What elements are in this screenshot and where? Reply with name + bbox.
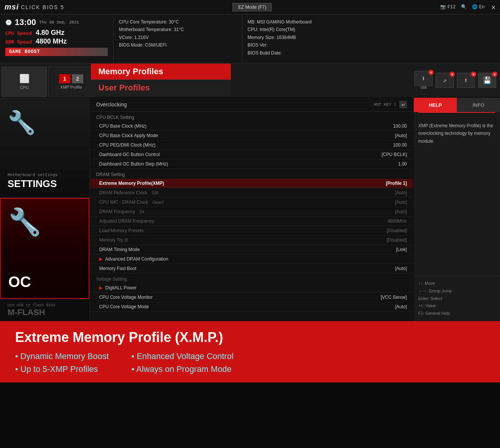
dashboard-oc-control-row[interactable]: Dashboard OC Button Control [CPU BCLK] xyxy=(90,150,413,159)
bios-date: BIOS Build Date: xyxy=(248,49,495,57)
cpu-icon: ⬜ xyxy=(19,74,30,84)
banner-title: Extreme Memory Profile (X.M.P.) xyxy=(15,329,485,345)
camera-icon: 📷 xyxy=(440,4,446,10)
cpu-voltage-monitor-row[interactable]: CPU Core Voltage Monitor [VCC Sense] xyxy=(90,293,413,302)
feature-5xmp: Up to 5-XMP Profiles xyxy=(15,364,109,374)
memory-try-it-row[interactable]: Memory Try It! [Disabled] xyxy=(90,236,413,245)
search-icon: 🔍 xyxy=(461,4,467,10)
cpu-peg-dmi-row[interactable]: CPU PEG/DMI Clock (MHz) 100.00 xyxy=(90,140,413,150)
banner-features: Dynamic Memory Boost Up to 5-XMP Profile… xyxy=(15,351,485,374)
shortcut-enter: Enter: Select xyxy=(418,295,495,303)
mflash-nav-item[interactable]: Use USB to flash BIOS M-FLASH xyxy=(0,299,89,321)
dashboard-oc-step-row[interactable]: Dashboard OC Button Step (MHz) 1.00 xyxy=(90,159,413,169)
tab-help[interactable]: HELP xyxy=(414,98,457,112)
mb-info: MB: MSI GAMING Motherboard xyxy=(248,18,495,26)
cpu-imc-dram-row[interactable]: CPU IMC : DRAM Clock Gear2 [Auto] xyxy=(90,198,413,207)
shortcut-help: F1: General Help xyxy=(418,310,495,317)
feature-voltage-control: Enhanced Voltage Control xyxy=(131,351,233,361)
advanced-dram-row[interactable]: ▶ Advanced DRAM Configuration xyxy=(90,254,413,264)
info-bar: 🕐 13:00 Thu 30 Sep, 2021 CPU Speed 4.80 … xyxy=(0,14,500,64)
memory-fast-boot-row[interactable]: Memory Fast Boot [Auto] xyxy=(90,264,413,273)
settings-label: Motherboard settings xyxy=(8,173,58,177)
usb-row: ⬆ U USB ↗ U ⬆ U 💾 U xyxy=(414,71,496,90)
vcore: VCore: 1.216V xyxy=(119,34,237,41)
cpu-base-clock-row[interactable]: CPU Base Clock (MHz) 100.00 xyxy=(90,122,413,131)
bottom-banner: Extreme Memory Profile (X.M.P.) Dynamic … xyxy=(0,321,500,382)
oc-panel-title: Overclocking xyxy=(96,101,127,108)
hotkey-label: HOT KEY | xyxy=(374,102,396,107)
back-button[interactable]: ↩ xyxy=(399,101,407,108)
usb-device-icon: ⬆ xyxy=(464,76,468,84)
cpu-base-clock-apply-mode-row[interactable]: CPU Base Clock Apply Mode [Auto] xyxy=(90,131,413,140)
oc-nav-item[interactable]: 🔧 OC xyxy=(0,198,89,299)
globe-icon: 🌐 xyxy=(472,4,478,10)
oc-header: Overclocking HOT KEY | ↩ xyxy=(90,98,413,112)
msi-logo: msi xyxy=(5,3,19,11)
load-memory-presets-row[interactable]: Load Memory Presets [Disabled] xyxy=(90,226,413,236)
mem-info: Memory Size: 16384MB xyxy=(248,34,495,41)
usb-icon-3[interactable]: ⬆ U xyxy=(457,73,475,88)
xmp-num-2[interactable]: 2 xyxy=(72,74,83,83)
usb-symbol-icon: ⬆ xyxy=(422,74,426,83)
usb-icon-4[interactable]: 💾 U xyxy=(478,73,496,88)
disk-icon: 💾 xyxy=(483,76,491,84)
right-panel: HELP INFO XMP (Extreme Memory Profile) i… xyxy=(413,98,500,321)
cpu-info: CPU: Intel(R) Core(TM) xyxy=(248,26,495,33)
cpu-temp: CPU Core Temperature: 30°C xyxy=(119,18,237,26)
usb-icon-2[interactable]: ↗ U xyxy=(436,73,454,88)
oc-tools-icon: 🔧 xyxy=(8,206,41,239)
xmp-row[interactable]: Extreme Memory Profile(XMP) [Profile 1] xyxy=(90,179,413,188)
ddr-speed-value: 4800 MHz xyxy=(36,37,67,45)
tab-info[interactable]: INFO xyxy=(457,98,500,112)
feature-dynamic-boost: Dynamic Memory Boost xyxy=(15,351,109,361)
dram-section-header: DRAM Setting xyxy=(90,169,413,179)
screenshot-button[interactable]: 📷 F12 xyxy=(440,4,456,10)
memory-profiles-tab[interactable]: Memory Profiles xyxy=(91,64,231,80)
help-divider xyxy=(418,112,495,113)
right-tabs: HELP INFO xyxy=(414,98,500,112)
xmp-num-1[interactable]: 1 xyxy=(59,74,70,83)
game-boost-bar: GAME BOOST xyxy=(5,48,108,56)
user-profiles-tab[interactable]: User Profiles xyxy=(91,80,231,96)
settings-list: CPU BCLK Setting CPU Base Clock (MHz) 10… xyxy=(90,112,413,321)
dram-frequency-row[interactable]: DRAM Frequency 24 [Auto] xyxy=(90,207,413,217)
close-button[interactable]: ✕ xyxy=(491,3,495,11)
settings-nav-item[interactable]: 🔧 Motherboard settings SETTINGS xyxy=(0,98,89,198)
clock-date: Thu 30 Sep, 2021 xyxy=(39,20,79,25)
tab-xmp[interactable]: 1 2 XMP Profile xyxy=(48,67,94,97)
oc-title: OC xyxy=(8,273,31,290)
ez-mode-button[interactable]: EZ Mode (F7) xyxy=(232,3,272,11)
mflash-label: Use USB to flash BIOS xyxy=(8,303,82,308)
shortcut-value: +/-: Value xyxy=(418,302,495,310)
shortcuts-panel: ↑↓: Move →←: Group Jump Enter: Select +/… xyxy=(414,276,500,321)
usb-arrow-icon: ↗ xyxy=(443,76,447,84)
bios-mode: BIOS Mode: CSM/UEFI xyxy=(119,41,237,49)
mb-temp: Motherboard Temperature: 31°C xyxy=(119,26,237,33)
system-speed-panel: 🕐 13:00 Thu 30 Sep, 2021 CPU Speed 4.80 … xyxy=(0,14,114,63)
cpu-speed-value: 4.80 GHz xyxy=(36,29,64,37)
adjusted-dram-row: Adjusted DRAM Frequency 4800MHz xyxy=(90,217,413,226)
arrow-icon-2: ▶ xyxy=(99,285,103,290)
tab-cpu[interactable]: ⬜ CPU xyxy=(2,67,47,97)
language-button[interactable]: 🌐 En xyxy=(472,4,484,10)
dram-timing-mode-row[interactable]: DRAM Timing Mode [Link] xyxy=(90,245,413,254)
cpu-speed-label: CPU Speed xyxy=(5,31,32,36)
dram-ref-clock-row[interactable]: DRAM Reference Clock 100 [Auto] xyxy=(90,188,413,198)
center-panel: Overclocking HOT KEY | ↩ CPU BCLK Settin… xyxy=(90,98,413,321)
clock-icon: 🕐 xyxy=(5,19,12,26)
left-sidebar: 🔧 Motherboard settings SETTINGS 🔧 OC Use… xyxy=(0,98,90,321)
bios-title: CLICK BIOS 5 xyxy=(21,4,64,10)
digitall-power-row[interactable]: ▶ DigitALL Power xyxy=(90,283,413,293)
banner-col-1: Dynamic Memory Boost Up to 5-XMP Profile… xyxy=(15,351,109,374)
settings-title: SETTINGS xyxy=(8,178,57,190)
arrow-icon: ▶ xyxy=(99,256,103,262)
main-content: 🔧 Motherboard settings SETTINGS 🔧 OC Use… xyxy=(0,98,500,321)
help-content: XMP (Extreme Memory Profile) is the over… xyxy=(414,117,500,276)
mflash-title: M-FLASH xyxy=(8,308,82,317)
system-info-panel: MB: MSI GAMING Motherboard CPU: Intel(R)… xyxy=(242,14,500,63)
nav-tabs: ⬜ CPU 1 2 XMP Profile Memory Profiles Us… xyxy=(0,64,500,98)
search-button[interactable]: 🔍 xyxy=(461,4,467,10)
cpu-voltage-mode-row[interactable]: CPU Core Voltage Mode [Auto] xyxy=(90,302,413,312)
ddr-speed-label: DDR Speed xyxy=(5,39,32,45)
usb-icon-1[interactable]: ⬆ U USB xyxy=(414,71,433,90)
